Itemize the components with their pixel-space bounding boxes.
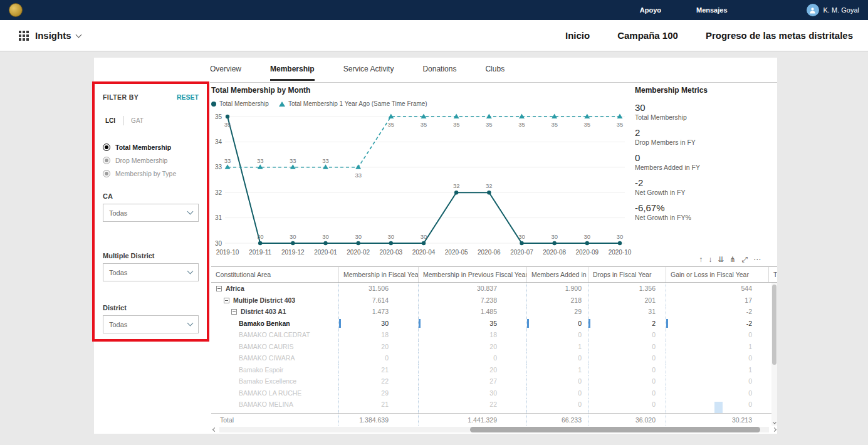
scroll-right-icon[interactable]: [771, 427, 777, 433]
more-options-icon[interactable]: ⋯: [753, 256, 761, 263]
value-cell: 0: [526, 318, 588, 330]
go-to-next-level-icon[interactable]: ⇊: [718, 256, 724, 263]
value-cell: 0: [338, 352, 418, 364]
apps-grid-icon[interactable]: [19, 31, 29, 41]
tab-service-activity[interactable]: Service Activity: [343, 65, 394, 81]
dropdown-ca[interactable]: Todas: [103, 204, 199, 222]
support-link[interactable]: Apoyo: [640, 6, 661, 14]
column-header-drops-in-fiscal-year[interactable]: Drops in Fiscal Year: [588, 267, 666, 282]
messages-link[interactable]: Mensajes: [696, 6, 728, 14]
horizontal-scrollbar-thumb[interactable]: [470, 427, 760, 432]
tab-donations[interactable]: Donations: [422, 65, 456, 81]
value-cell: 20: [418, 364, 526, 376]
value-cell: 1: [526, 364, 588, 376]
table-row-bamako-la-ruche[interactable]: BAMAKO LA RUCHE2930000: [211, 387, 777, 399]
radio-total-membership[interactable]: Total Membership: [103, 140, 199, 154]
dropdown-multiple-district[interactable]: Todas: [103, 263, 199, 281]
radio-label: Drop Membership: [115, 157, 167, 164]
value-cell: 0: [588, 341, 666, 353]
column-header-gain-or-loss-in-fiscal-year[interactable]: Gain or Loss in Fiscal Year: [666, 267, 768, 282]
horizontal-scrollbar[interactable]: [211, 426, 777, 433]
value-cell: 7.614: [338, 295, 418, 306]
row-label: BAMAKO CIWARA: [239, 354, 295, 362]
svg-text:35: 35: [617, 121, 624, 128]
collapse-icon[interactable]: [224, 298, 229, 303]
metric-label: Net Growth in FY%: [635, 214, 773, 221]
column-header-membership-in-previous-fiscal-year[interactable]: Membership in Previous Fiscal Year: [418, 267, 526, 282]
reset-button[interactable]: RESET: [177, 93, 199, 101]
chart-legend: Total MembershipTotal Membership 1 Year …: [211, 100, 632, 107]
column-header-members-added-in-fiscal-year[interactable]: Members Added in Fiscal Year: [526, 267, 588, 282]
column-header-constitutional-area[interactable]: Constitutional Area: [211, 267, 338, 282]
membership-radio-group: Total MembershipDrop MembershipMembershi…: [103, 140, 199, 180]
collapse-icon[interactable]: [216, 286, 222, 291]
value-cell: 22: [338, 375, 418, 387]
drill-up-icon[interactable]: ↑: [699, 256, 703, 263]
svg-text:30: 30: [617, 233, 624, 240]
table-row-bamako-benkan[interactable]: Bamako Benkan303502-2: [211, 318, 777, 330]
svg-text:30: 30: [388, 233, 395, 240]
column-header-t[interactable]: T∧: [768, 267, 777, 282]
row-label-cell: Bamako Benkan: [211, 318, 338, 330]
table-row-bamako-excellence[interactable]: Bamako Excellence2227000: [211, 375, 777, 387]
row-label: Bamako Excellence: [239, 377, 296, 385]
svg-text:2020-10: 2020-10: [609, 249, 632, 256]
radio-membership-by-type[interactable]: Membership by Type: [103, 167, 199, 180]
app-title[interactable]: Insights: [35, 30, 71, 41]
focus-mode-icon[interactable]: ⤢: [741, 256, 748, 263]
tabs-divider: [210, 82, 777, 83]
collapse-icon[interactable]: [231, 309, 237, 315]
segment-lci[interactable]: LCI: [105, 117, 115, 124]
radio-label: Total Membership: [115, 144, 171, 151]
tab-membership[interactable]: Membership: [270, 65, 315, 81]
user-avatar-icon: [807, 4, 819, 16]
table-row-bamako-espoir[interactable]: Bamako Espoir2120101: [211, 364, 777, 376]
nav-inicio[interactable]: Inicio: [565, 30, 590, 41]
column-header-label: Drops in Fiscal Year: [593, 271, 651, 278]
svg-text:35: 35: [215, 113, 222, 120]
svg-text:2020-04: 2020-04: [412, 249, 436, 256]
svg-text:30: 30: [290, 233, 296, 240]
radio-drop-membership[interactable]: Drop Membership: [103, 154, 199, 167]
table-row-bamako-cauris[interactable]: BAMAKO CAURIS2020101: [211, 341, 777, 353]
legend-item: Total Membership 1 Year Ago (Same Time F…: [279, 100, 427, 107]
user-menu[interactable]: K. M. Goyal: [807, 4, 859, 16]
scroll-down-icon[interactable]: [772, 420, 776, 424]
value-cell: 1.356: [588, 283, 666, 295]
membership-by-month-chart: Total Membership by Month Total Membersh…: [211, 86, 632, 259]
total-value-cell: 1.441.329: [418, 414, 526, 426]
legend-item: Total Membership: [211, 100, 269, 107]
value-cell: 17: [666, 295, 768, 306]
value-cell: 0: [526, 399, 588, 411]
tab-clubs[interactable]: Clubs: [485, 65, 505, 81]
value-cell: 35: [418, 318, 526, 330]
tab-overview[interactable]: Overview: [210, 65, 241, 81]
vertical-scrollbar[interactable]: [771, 283, 777, 426]
metrics-list: 30Total Membership2Drop Members in FY0Me…: [635, 102, 773, 221]
row-label-cell: BAMAKO LA RUCHE: [211, 387, 338, 399]
table-row-africa[interactable]: Africa31.50630.8371.9001.356544: [211, 283, 777, 295]
value-cell: 1.485: [418, 306, 526, 318]
value-cell: 0: [588, 352, 666, 364]
nav-progreso-metas[interactable]: Progreso de las metas distritales: [706, 30, 853, 41]
svg-text:35: 35: [224, 121, 231, 128]
table-row-bamako-cailcedrat[interactable]: BAMAKO CAILCEDRAT1818000: [211, 329, 777, 341]
table-row-district-403-a1[interactable]: District 403 A11.4731.4852931-2: [211, 306, 777, 318]
expand-all-icon[interactable]: ⋔: [729, 256, 736, 263]
row-label-cell: BAMAKO CAURIS: [211, 341, 338, 353]
nav-campana-100[interactable]: Campaña 100: [617, 30, 678, 41]
scroll-left-icon[interactable]: [211, 427, 217, 433]
segment-gat[interactable]: GAT: [131, 117, 144, 124]
table-row-bamako-ciwara[interactable]: BAMAKO CIWARA00000: [211, 352, 777, 364]
metrics-title: Membership Metrics: [635, 86, 773, 95]
column-header-membership-in-fiscal-year[interactable]: Membership in Fiscal Year: [338, 267, 418, 282]
table-row-multiple-district-403[interactable]: Multiple District 4037.6147.23821820117: [211, 295, 777, 306]
vertical-scrollbar-thumb[interactable]: [772, 285, 776, 365]
row-label: BAMAKO MELINA: [239, 401, 293, 408]
dropdown-district[interactable]: Todas: [103, 315, 199, 333]
drill-down-icon[interactable]: ↓: [708, 256, 712, 263]
metric-label: Drop Members in FY: [635, 139, 773, 146]
dropdown-value: Todas: [109, 321, 188, 328]
line-chart-plot[interactable]: 3031323334352019-102019-112019-122020-01…: [211, 110, 632, 259]
table-row-bamako-melina[interactable]: BAMAKO MELINA2122000: [211, 399, 777, 411]
